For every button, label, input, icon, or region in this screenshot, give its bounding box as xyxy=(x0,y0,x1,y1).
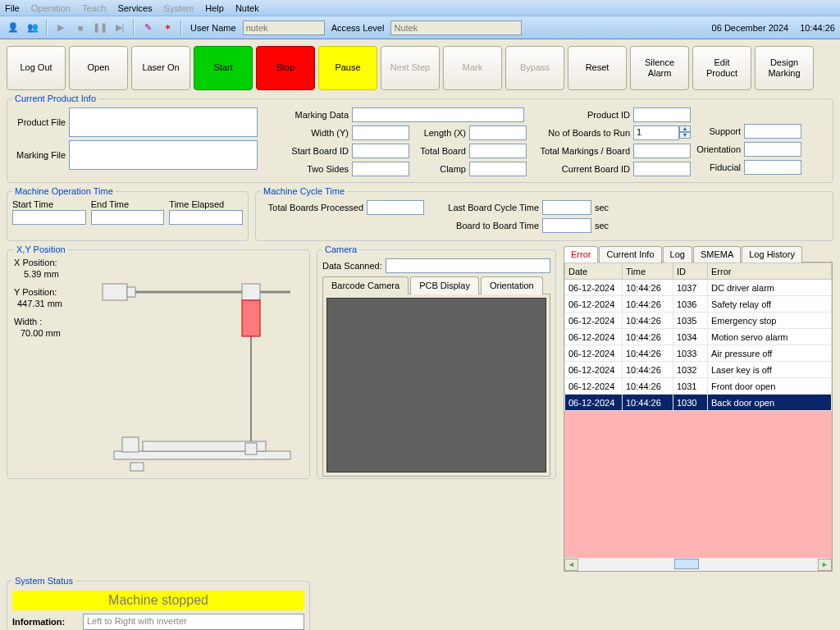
width-y-label: Width (Y) xyxy=(287,128,349,138)
table-row[interactable]: 06-12-202410:44:261036Safety relay off xyxy=(565,296,832,313)
stop-button[interactable]: Stop xyxy=(256,46,315,90)
menu-teach[interactable]: Teach xyxy=(82,3,106,13)
scroll-right-icon[interactable]: ► xyxy=(818,559,832,571)
length-x-field[interactable] xyxy=(469,126,527,140)
product-id-field[interactable] xyxy=(633,107,691,122)
edit-product-button[interactable]: Edit Product xyxy=(692,46,751,90)
clock-display: 10:44:26 xyxy=(800,23,835,33)
menu-file[interactable]: File xyxy=(5,3,20,13)
next-step-button[interactable]: Next Step xyxy=(381,46,440,90)
svg-rect-1 xyxy=(103,284,127,300)
pause-button[interactable]: Pause xyxy=(318,46,377,90)
date-display: 06 December 2024 xyxy=(712,23,789,33)
table-row[interactable]: 06-12-202410:44:261033Air pressure off xyxy=(565,345,832,362)
menu-nutek[interactable]: Nutek xyxy=(235,3,259,13)
col-id[interactable]: ID xyxy=(673,263,708,280)
open-button[interactable]: Open xyxy=(69,46,128,90)
start-time-field[interactable] xyxy=(12,210,86,225)
menu-operation[interactable]: Operation xyxy=(31,3,71,13)
tab-log[interactable]: Log xyxy=(663,246,692,262)
pause-icon[interactable]: ❚❚ xyxy=(92,20,108,36)
table-cell: Air pressure off xyxy=(708,345,832,362)
scroll-left-icon[interactable]: ◄ xyxy=(564,559,578,571)
silence-alarm-button[interactable]: Silence Alarm xyxy=(630,46,689,90)
two-sides-field[interactable] xyxy=(352,162,409,176)
table-row[interactable]: 06-12-202410:44:261030Back door open xyxy=(565,395,832,411)
tab-log-history[interactable]: Log History xyxy=(742,246,802,262)
current-board-id-field[interactable] xyxy=(633,162,691,176)
menubar: File Operation Teach Services System Hel… xyxy=(0,0,840,16)
table-row[interactable]: 06-12-202410:44:261035Emergency stop xyxy=(565,313,832,329)
menu-help[interactable]: Help xyxy=(205,3,224,13)
width-y-field[interactable] xyxy=(352,126,409,140)
laser-icon[interactable]: ✶ xyxy=(159,20,176,36)
time-elapsed-field[interactable] xyxy=(169,210,243,225)
product-file-field[interactable] xyxy=(69,107,258,137)
tab-orientation[interactable]: Orientation xyxy=(481,276,543,294)
h-scrollbar[interactable]: ◄ ► xyxy=(564,557,832,571)
error-table[interactable]: Date Time ID Error 06-12-202410:44:26103… xyxy=(564,262,832,411)
current-product-info: Current Product Info Product File Markin… xyxy=(7,94,833,183)
clamp-field[interactable] xyxy=(469,162,527,176)
col-error[interactable]: Error xyxy=(708,263,832,280)
total-boards-field[interactable] xyxy=(367,200,424,215)
step-icon[interactable]: ▶| xyxy=(112,20,128,36)
spinner-down-icon[interactable]: ▼ xyxy=(679,132,691,139)
table-cell: 1030 xyxy=(673,395,708,411)
tab-barcode-camera[interactable]: Barcode Camera xyxy=(322,276,409,294)
clamp-label: Clamp xyxy=(413,164,466,174)
total-markings-field[interactable] xyxy=(633,144,691,158)
svg-rect-4 xyxy=(242,284,260,300)
table-row[interactable]: 06-12-202410:44:261034Motion servo alarm xyxy=(565,329,832,345)
svg-rect-2 xyxy=(127,287,135,297)
support-field[interactable] xyxy=(744,124,801,139)
table-row[interactable]: 06-12-202410:44:261031Front door open xyxy=(565,378,832,395)
design-marking-button[interactable]: Design Marking xyxy=(755,46,814,90)
orientation-field[interactable] xyxy=(744,142,801,157)
information-field: Left to Right with inverter xyxy=(83,614,304,630)
user-icon[interactable]: 👤 xyxy=(5,20,21,36)
menu-services[interactable]: Services xyxy=(117,3,152,13)
tab-smema[interactable]: SMEMA xyxy=(693,246,741,262)
marking-file-field[interactable] xyxy=(69,140,258,170)
mark-button[interactable]: Mark xyxy=(443,46,502,90)
last-cycle-field[interactable] xyxy=(542,200,591,215)
start-button[interactable]: Start xyxy=(194,46,253,90)
table-row[interactable]: 06-12-202410:44:261037DC driver alarm xyxy=(565,280,832,296)
tab-current-info[interactable]: Current Info xyxy=(599,246,661,262)
users-icon[interactable]: 👥 xyxy=(25,20,41,36)
data-scanned-field[interactable] xyxy=(386,258,550,273)
end-time-label: End Time xyxy=(91,199,165,209)
total-board-label: Total Board xyxy=(413,146,466,156)
table-cell: 06-12-2024 xyxy=(565,395,623,411)
marking-data-label: Marking Data xyxy=(287,110,349,120)
b2b-field[interactable] xyxy=(542,218,591,233)
no-boards-label: No of Boards to Run xyxy=(540,128,630,138)
table-cell: 1036 xyxy=(673,296,708,313)
edit-icon[interactable]: ✎ xyxy=(139,20,156,36)
marking-data-field[interactable] xyxy=(352,107,524,122)
logout-button[interactable]: Log Out xyxy=(7,46,66,90)
play-icon[interactable]: ▶ xyxy=(52,20,69,36)
xy-legend: X,Y Position xyxy=(14,244,68,254)
menu-system[interactable]: System xyxy=(164,3,194,13)
tab-error[interactable]: Error xyxy=(564,246,598,262)
scroll-thumb[interactable] xyxy=(674,559,699,569)
table-cell: 1032 xyxy=(673,362,708,378)
end-time-field[interactable] xyxy=(91,210,165,225)
no-boards-spinner[interactable]: 1▲▼ xyxy=(633,126,691,140)
start-board-id-field[interactable] xyxy=(352,144,409,158)
stop-icon[interactable]: ■ xyxy=(72,20,89,36)
col-date[interactable]: Date xyxy=(565,263,623,280)
reset-button[interactable]: Reset xyxy=(568,46,627,90)
laser-on-button[interactable]: Laser On xyxy=(131,46,190,90)
tab-pcb-display[interactable]: PCB Display xyxy=(410,276,479,294)
fiducial-field[interactable] xyxy=(744,160,801,175)
total-board-field[interactable] xyxy=(469,144,527,158)
b2b-label: Board to Board Time xyxy=(441,221,539,231)
product-id-label: Product ID xyxy=(540,110,630,120)
bypass-button[interactable]: Bypass xyxy=(505,46,564,90)
col-time[interactable]: Time xyxy=(623,263,673,280)
spinner-up-icon[interactable]: ▲ xyxy=(679,126,691,132)
table-row[interactable]: 06-12-202410:44:261032Laser key is off xyxy=(565,362,832,378)
